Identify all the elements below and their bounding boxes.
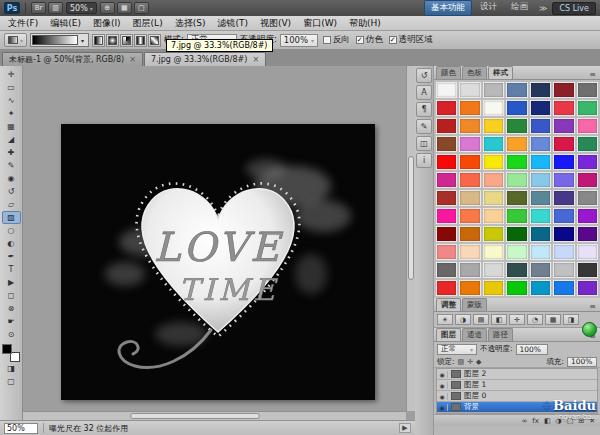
type-tool[interactable]: T <box>2 263 21 276</box>
style-swatch[interactable] <box>483 82 504 98</box>
vertical-scroll-thumb[interactable] <box>408 156 414 280</box>
paragraph-panel-icon[interactable]: ¶ <box>416 102 432 117</box>
panel-tab[interactable]: 色板 <box>462 66 487 79</box>
panel-menu-icon[interactable]: ≡ <box>587 302 598 311</box>
history-panel-icon[interactable]: ↺ <box>416 68 432 83</box>
quick-selection-tool[interactable]: ✦ <box>2 107 21 120</box>
adjustment-layer-icon[interactable]: ◑ <box>556 417 562 425</box>
style-swatch[interactable] <box>506 118 527 134</box>
style-swatch[interactable] <box>459 154 480 170</box>
gradient-tool[interactable]: ▨ <box>2 211 21 224</box>
screen-mode-button[interactable]: ▢ <box>2 375 21 388</box>
style-swatch[interactable] <box>530 280 551 296</box>
option-checkbox[interactable]: 反向 <box>323 34 350 46</box>
style-swatch[interactable] <box>506 226 527 242</box>
radial-gradient-icon[interactable] <box>106 34 119 47</box>
style-swatch[interactable] <box>483 154 504 170</box>
style-swatch[interactable] <box>577 208 598 224</box>
menu-item[interactable]: 图层(L) <box>127 17 169 30</box>
style-swatch[interactable] <box>483 280 504 296</box>
style-swatch[interactable] <box>436 154 457 170</box>
hand-tool[interactable]: ☛ <box>2 315 21 328</box>
style-swatch[interactable] <box>530 208 551 224</box>
color-swatch-control[interactable] <box>2 344 20 362</box>
panel-tab[interactable]: 通道 <box>462 328 487 341</box>
style-swatch[interactable] <box>530 190 551 206</box>
option-checkbox[interactable]: ✓仿色 <box>356 34 383 46</box>
style-swatch[interactable] <box>553 172 574 188</box>
style-swatch[interactable] <box>483 172 504 188</box>
style-swatch[interactable] <box>459 190 480 206</box>
layer-group-icon[interactable]: ▢ <box>567 417 574 425</box>
character-panel-icon[interactable]: A <box>416 85 432 100</box>
style-swatch[interactable] <box>577 100 598 116</box>
style-swatch[interactable] <box>553 208 574 224</box>
style-swatch[interactable] <box>506 154 527 170</box>
style-swatch[interactable] <box>577 190 598 206</box>
menu-item[interactable]: 图像(I) <box>87 17 127 30</box>
style-swatch[interactable] <box>553 136 574 152</box>
style-swatch[interactable] <box>553 226 574 242</box>
style-swatch[interactable] <box>506 82 527 98</box>
visibility-eye-icon[interactable]: ◉ <box>437 382 448 389</box>
panel-tab[interactable]: 颜色 <box>436 66 461 79</box>
style-swatch[interactable] <box>459 82 480 98</box>
green-plugin-icon[interactable] <box>582 322 597 337</box>
pen-tool[interactable]: ✒ <box>2 250 21 263</box>
style-swatch[interactable] <box>436 190 457 206</box>
visibility-eye-icon[interactable]: ◉ <box>437 393 448 400</box>
view-extras-icon[interactable]: ▥ <box>48 2 63 14</box>
style-swatch[interactable] <box>506 244 527 260</box>
canvas-area[interactable]: LOVE TIME <box>23 66 415 420</box>
angle-gradient-icon[interactable] <box>120 34 133 47</box>
style-swatch[interactable] <box>530 82 551 98</box>
style-swatch[interactable] <box>530 100 551 116</box>
blur-tool[interactable]: ○ <box>2 224 21 237</box>
style-swatch[interactable] <box>530 136 551 152</box>
style-swatch[interactable] <box>553 118 574 134</box>
arrange-documents-icon[interactable]: ▦ <box>117 2 132 14</box>
status-scroll-arrow[interactable]: ▶ <box>399 423 411 433</box>
style-swatch[interactable] <box>459 226 480 242</box>
lasso-tool[interactable]: ∿ <box>2 94 21 107</box>
tab-close-icon[interactable]: × <box>129 55 136 64</box>
document-tab[interactable]: 未标题-1 @ 50%(背景, RGB/8)× <box>2 52 143 66</box>
shape-tool[interactable]: ◻ <box>2 289 21 302</box>
panel-tab[interactable]: 蒙版 <box>462 298 487 311</box>
adjustment-preset-icon[interactable]: ◨ <box>563 314 579 325</box>
layer-opacity-dropdown[interactable]: 100% <box>516 344 548 355</box>
adjustment-preset-icon[interactable]: ◧ <box>491 314 507 325</box>
healing-brush-tool[interactable]: ✚ <box>2 146 21 159</box>
style-swatch[interactable] <box>577 244 598 260</box>
eyedropper-tool[interactable]: ◢ <box>2 133 21 146</box>
style-swatch[interactable] <box>506 172 527 188</box>
new-layer-icon[interactable]: ⊞ <box>578 417 584 425</box>
style-swatch[interactable] <box>436 118 457 134</box>
style-swatch[interactable] <box>553 280 574 296</box>
style-swatch[interactable] <box>483 244 504 260</box>
style-swatch[interactable] <box>577 226 598 242</box>
style-swatch[interactable] <box>436 280 457 296</box>
panel-tab[interactable]: 路径 <box>488 328 513 341</box>
style-swatch[interactable] <box>506 190 527 206</box>
link-layers-icon[interactable]: ∞ <box>521 417 527 425</box>
gradient-editor-button[interactable]: ▾ <box>30 33 89 47</box>
menu-item[interactable]: 视图(V) <box>254 17 297 30</box>
diamond-gradient-icon[interactable] <box>148 34 161 47</box>
style-swatch[interactable] <box>530 262 551 278</box>
menu-item[interactable]: 窗口(W) <box>297 17 343 30</box>
style-swatch[interactable] <box>459 280 480 296</box>
style-swatch[interactable] <box>436 208 457 224</box>
layer-row[interactable]: ◉背景 <box>437 402 597 413</box>
panel-tab[interactable]: 样式 <box>488 66 513 79</box>
crop-tool[interactable]: ▦ <box>2 120 21 133</box>
menu-item[interactable]: 选择(S) <box>169 17 212 30</box>
move-tool[interactable]: ✛ <box>2 68 21 81</box>
menu-item[interactable]: 文件(F) <box>2 17 44 30</box>
lock-icon[interactable]: ✛ <box>467 358 473 366</box>
style-swatch[interactable] <box>577 280 598 296</box>
visibility-eye-icon[interactable]: ◉ <box>437 371 448 378</box>
style-swatch[interactable] <box>530 244 551 260</box>
style-swatch[interactable] <box>483 190 504 206</box>
style-swatch[interactable] <box>577 262 598 278</box>
